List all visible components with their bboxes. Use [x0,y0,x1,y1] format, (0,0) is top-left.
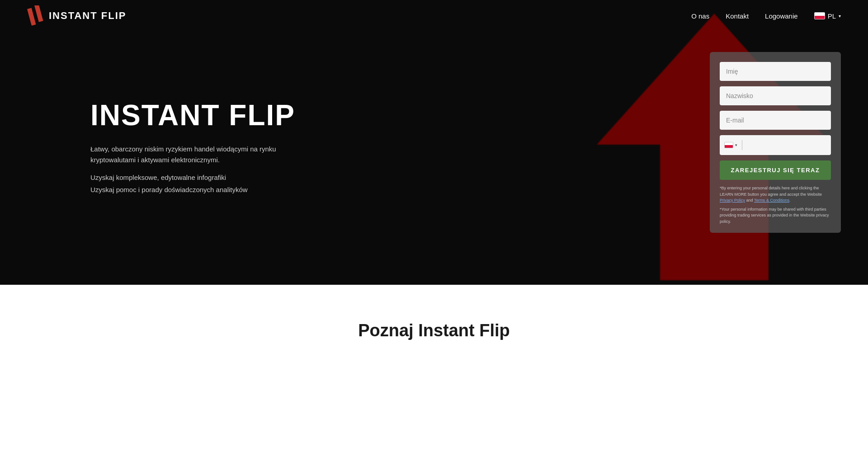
hero-bullet-1: Uzyskaj kompleksowe, edytowalne infograf… [90,174,710,181]
register-button[interactable]: ZAREJESTRUJ SIĘ TERAZ [720,160,831,180]
hero-content: INSTANT FLIP Łatwy, obarczony niskim ryz… [0,87,710,198]
phone-flag-icon [724,142,733,148]
privacy-policy-link[interactable]: Privacy Policy [720,198,745,202]
nav-links: O nas Kontakt Logowanie PL ▾ [691,12,841,20]
first-name-input[interactable] [720,62,831,81]
registration-form-panel: ▾ ZAREJESTRUJ SIĘ TERAZ *By entering you… [710,52,841,233]
registration-form: ▾ ZAREJESTRUJ SIĘ TERAZ *By entering you… [710,52,841,233]
phone-flag-chevron-icon: ▾ [735,143,737,147]
nav-link-contact[interactable]: Kontakt [726,12,749,20]
navbar: INSTANT FLIP O nas Kontakt Logowanie PL … [0,0,868,32]
language-selector[interactable]: PL ▾ [814,12,841,20]
logo-icon [27,5,43,26]
phone-field[interactable]: ▾ [720,135,831,155]
hero-title: INSTANT FLIP [90,100,710,131]
nav-link-about[interactable]: O nas [691,12,709,20]
terms-link[interactable]: Terms & Conditions [754,198,789,202]
phone-separator [742,140,742,150]
phone-input[interactable] [747,141,826,149]
phone-flag-selector[interactable]: ▾ [724,142,737,148]
nav-link-login[interactable]: Logowanie [765,12,798,20]
hero-description: Łatwy, obarczony niskim ryzykiem handel … [90,144,289,165]
svg-rect-0 [27,8,36,25]
email-input[interactable] [720,111,831,130]
svg-rect-1 [34,5,43,22]
form-disclaimer: *By entering your personal details here … [720,185,831,225]
section2: Poznaj Instant Flip [0,285,868,367]
last-name-input[interactable] [720,86,831,105]
hero-bullet-2: Uzyskaj pomoc i porady doświadczonych an… [90,186,710,193]
logo-link[interactable]: INSTANT FLIP [27,5,126,26]
brand-name: INSTANT FLIP [49,10,126,22]
flag-poland-icon [814,12,825,19]
language-code: PL [828,12,836,20]
chevron-down-icon: ▾ [839,14,841,19]
hero-section: INSTANT FLIP Łatwy, obarczony niskim ryz… [0,0,868,285]
section2-title: Poznaj Instant Flip [358,321,510,340]
